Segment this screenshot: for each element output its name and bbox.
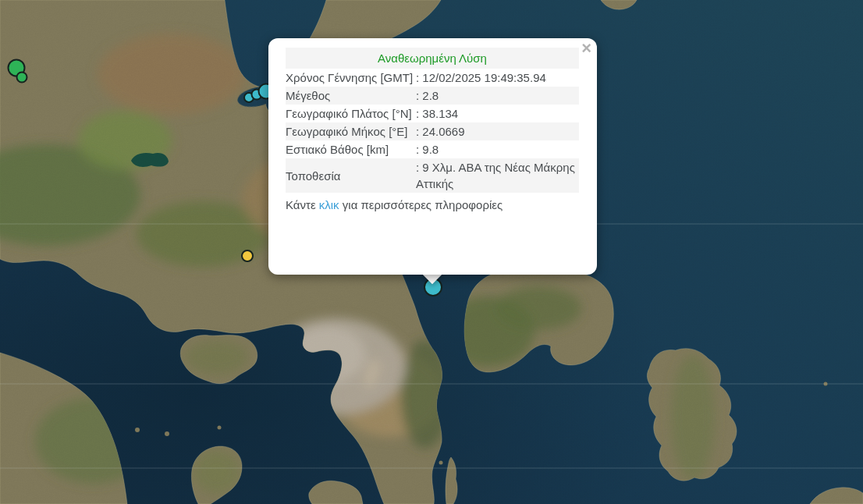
footer-text-pre: Κάντε [286,198,319,211]
popup-footer: Κάντε κλικ για περισσότερες πληροφορίες [286,193,579,215]
map-app-window: × Αναθεωρημένη Λύση Χρόνος Γέννησης [GMT… [0,0,863,504]
row-label: Γεωγραφικό Μήκος [°E] [286,122,416,140]
footer-text-post: για περισσότερες πληροφορίες [339,198,503,211]
popup-title: Αναθεωρημένη Λύση [286,48,579,69]
row-value: : 2.8 [416,87,579,105]
popup-row: Γεωγραφικό Μήκος [°E]: 24.0669 [286,122,579,140]
earthquake-details-table: Χρόνος Γέννησης [GMT]: 12/02/2025 19:49:… [286,69,579,193]
row-label: Γεωγραφικό Πλάτος [°N] [286,105,416,122]
row-value: : 9 Χλμ. ΑΒΑ της Νέας Μάκρης Αττικής [416,158,579,193]
row-label: Μέγεθος [286,87,416,105]
popup-row: Γεωγραφικό Πλάτος [°N]: 38.134 [286,105,579,122]
row-label: Χρόνος Γέννησης [GMT] [286,69,416,87]
earthquake-popup: × Αναθεωρημένη Λύση Χρόνος Γέννησης [GMT… [268,38,597,275]
popup-close-button[interactable]: × [581,40,591,57]
more-info-link[interactable]: κλικ [319,198,339,211]
popup-row: Μέγεθος: 2.8 [286,87,579,105]
row-value: : 9.8 [416,140,579,158]
earthquake-marker[interactable] [242,250,253,261]
row-value: : 24.0669 [416,122,579,140]
row-label: Εστιακό Βάθος [km] [286,140,416,158]
earthquake-marker[interactable] [17,73,27,83]
row-value: : 12/02/2025 19:49:35.94 [416,69,579,87]
popup-table-body: Χρόνος Γέννησης [GMT]: 12/02/2025 19:49:… [286,69,579,193]
row-value: : 38.134 [416,105,579,122]
row-label: Τοποθεσία [286,158,416,193]
popup-row: Εστιακό Βάθος [km]: 9.8 [286,140,579,158]
popup-row: Χρόνος Γέννησης [GMT]: 12/02/2025 19:49:… [286,69,579,87]
popup-row: Τοποθεσία: 9 Χλμ. ΑΒΑ της Νέας Μάκρης Ατ… [286,158,579,193]
